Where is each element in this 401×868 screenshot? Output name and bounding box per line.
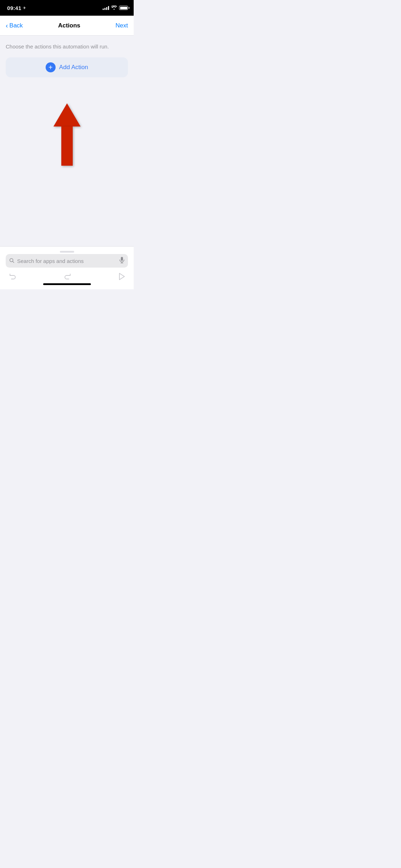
home-indicator	[43, 283, 91, 285]
status-bar: 09:41 ✈	[0, 0, 134, 16]
chevron-left-icon: ‹	[6, 22, 8, 30]
drag-handle	[60, 251, 74, 253]
arrow-head	[53, 103, 81, 126]
svg-rect-2	[121, 257, 123, 261]
location-icon: ✈	[23, 6, 26, 10]
status-icons	[103, 5, 128, 11]
microphone-icon[interactable]	[119, 257, 124, 265]
search-bar[interactable]	[6, 254, 128, 268]
signal-bar-2	[104, 8, 106, 10]
battery-fill	[120, 7, 127, 9]
play-button[interactable]	[119, 273, 125, 280]
redo-button[interactable]	[64, 273, 72, 280]
back-label: Back	[9, 22, 23, 29]
wifi-icon	[111, 5, 117, 11]
signal-bar-1	[103, 9, 104, 10]
back-button[interactable]: ‹ Back	[6, 22, 23, 30]
svg-line-1	[13, 261, 14, 263]
toolbar	[6, 271, 128, 282]
signal-bars	[103, 6, 109, 10]
add-action-button[interactable]: + Add Action	[6, 57, 128, 77]
arrow-shaft	[61, 126, 73, 166]
add-action-label: Add Action	[59, 64, 88, 71]
search-icon	[9, 258, 14, 264]
svg-marker-5	[119, 273, 124, 280]
battery-icon	[119, 6, 128, 10]
signal-bar-3	[106, 7, 107, 10]
search-input[interactable]	[17, 258, 117, 264]
page-title: Actions	[58, 22, 80, 29]
main-content: Choose the actions this automation will …	[0, 36, 134, 84]
nav-bar: ‹ Back Actions Next	[0, 16, 134, 36]
plus-icon: +	[46, 62, 56, 72]
annotation-arrow	[53, 103, 81, 166]
status-time: 09:41	[7, 5, 21, 11]
signal-bar-4	[108, 6, 109, 10]
undo-button[interactable]	[9, 273, 16, 280]
subtitle-text: Choose the actions this automation will …	[6, 43, 128, 50]
bottom-section	[0, 246, 134, 289]
next-button[interactable]: Next	[115, 22, 128, 29]
